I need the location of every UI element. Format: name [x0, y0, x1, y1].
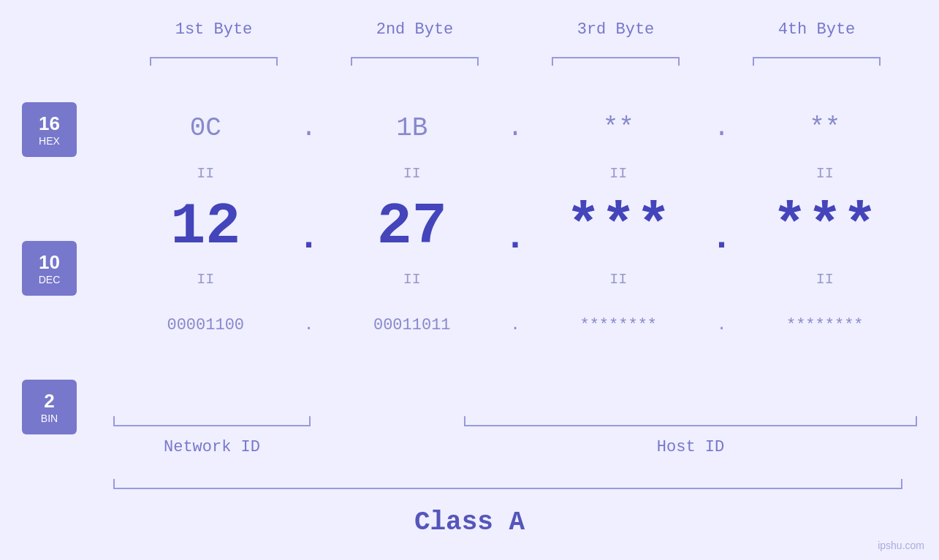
host-id-bracket	[464, 416, 917, 426]
dot-hex-1: .	[298, 113, 320, 143]
eq-1-1: II	[113, 165, 298, 182]
host-id-label: Host ID	[464, 438, 917, 456]
rows-container: 0C . 1B . ** . ** II II II II 12 . 27 . …	[113, 95, 917, 358]
dec-byte-1: 12	[113, 193, 298, 260]
dot-hex-2: .	[504, 113, 526, 143]
byte-label-1: 1st Byte	[113, 20, 314, 39]
class-label: Class A	[0, 507, 939, 537]
dec-byte-4: ***	[733, 193, 918, 260]
dec-byte-3: ***	[526, 193, 711, 260]
bin-byte-1: 00001100	[113, 316, 298, 334]
main-container: 1st Byte 2nd Byte 3rd Byte 4th Byte 16 H…	[0, 0, 939, 560]
dot-hex-3: .	[711, 113, 733, 143]
eq-2-2: II	[320, 271, 505, 288]
bracket-line-4	[753, 57, 881, 66]
dot-bin-1: .	[298, 316, 320, 334]
dec-name: DEC	[39, 274, 61, 285]
dec-byte-2: 27	[320, 193, 505, 260]
dec-num: 10	[39, 251, 60, 274]
bracket-1	[113, 57, 314, 66]
base-badges: 16 HEX 10 DEC 2 BIN	[22, 102, 77, 518]
bin-byte-3: ********	[526, 316, 711, 334]
bracket-2	[314, 57, 515, 66]
eq-row-2: II II II II	[113, 266, 917, 292]
hex-badge: 16 HEX	[22, 102, 77, 157]
eq-2-4: II	[733, 271, 918, 288]
hex-num: 16	[39, 112, 60, 135]
id-labels-row: Network ID Host ID	[113, 438, 917, 456]
hex-byte-2: 1B	[320, 113, 505, 143]
bin-byte-2: 00011011	[320, 316, 505, 334]
dec-badge: 10 DEC	[22, 241, 77, 296]
bracket-line-1	[150, 57, 278, 66]
hex-byte-3: **	[526, 113, 711, 143]
hex-byte-4: **	[733, 113, 918, 143]
eq-2-3: II	[526, 271, 711, 288]
watermark: ipshu.com	[878, 540, 924, 551]
bracket-line-2	[351, 57, 479, 66]
top-brackets-row	[113, 57, 917, 66]
bin-num: 2	[44, 390, 54, 413]
class-bracket	[113, 479, 902, 489]
hex-name: HEX	[39, 135, 60, 147]
hex-row: 0C . 1B . ** . **	[113, 95, 917, 161]
bracket-4	[716, 57, 917, 66]
eq-2-1: II	[113, 271, 298, 288]
eq-row-1: II II II II	[113, 161, 917, 186]
hex-byte-1: 0C	[113, 113, 298, 143]
dot-dec-1: .	[298, 195, 320, 258]
eq-1-4: II	[733, 165, 918, 182]
bin-row: 00001100 . 00011011 . ******** . *******…	[113, 292, 917, 358]
network-id-bracket	[113, 416, 311, 426]
eq-1-2: II	[320, 165, 505, 182]
byte-label-2: 2nd Byte	[314, 20, 515, 39]
network-id-label: Network ID	[113, 438, 311, 456]
eq-1-3: II	[526, 165, 711, 182]
byte-labels-row: 1st Byte 2nd Byte 3rd Byte 4th Byte	[113, 20, 917, 39]
bin-byte-4: ********	[733, 316, 918, 334]
dot-bin-3: .	[711, 316, 733, 334]
dot-bin-2: .	[504, 316, 526, 334]
byte-label-3: 3rd Byte	[515, 20, 716, 39]
dot-dec-3: .	[711, 195, 733, 258]
bottom-brackets	[113, 416, 917, 426]
byte-label-4: 4th Byte	[716, 20, 917, 39]
bracket-line-3	[552, 57, 680, 66]
bin-badge: 2 BIN	[22, 380, 77, 434]
dec-row: 12 . 27 . *** . ***	[113, 186, 917, 266]
bin-name: BIN	[41, 413, 58, 424]
dot-dec-2: .	[504, 195, 526, 258]
bracket-3	[515, 57, 716, 66]
